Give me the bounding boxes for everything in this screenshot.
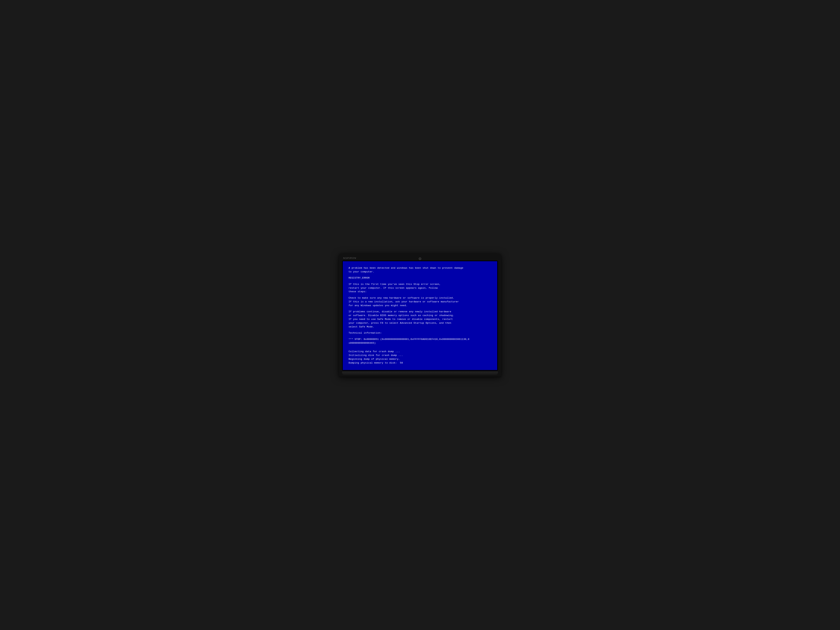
bsod-line3: If this is the first time you've seen th… xyxy=(349,283,491,286)
bsod-spacer7 xyxy=(349,345,491,347)
bsod-line11: If you need to use Safe Mode to remove o… xyxy=(349,317,491,321)
webcam xyxy=(419,257,421,260)
bsod-collecting: Collecting data for crash dump ... xyxy=(349,350,491,354)
bsod-spacer6 xyxy=(349,335,491,338)
bsod-stop-line1: *** STOP: 0x00000051 (0x0000000000000001… xyxy=(349,338,491,341)
bsod-spacer8 xyxy=(349,347,491,350)
bsod-line10: or software. Disable BIOS memory options… xyxy=(349,314,491,317)
bsod-error-code: REGISTRY_ERROR xyxy=(349,276,491,280)
bsod-spacer1 xyxy=(349,274,491,276)
bsod-spacer4 xyxy=(349,308,491,310)
bsod-line12: your computer, press F8 to select Advanc… xyxy=(349,321,491,325)
bsod-dumping: Dumping physical memory to disk: 50 xyxy=(349,361,491,365)
bsod-line8: for any Windows updates you might need. xyxy=(349,304,491,308)
bsod-initializing: Initializing disk for crash dump ... xyxy=(349,354,491,357)
bsod-line9: If problems continue, disable or remove … xyxy=(349,310,491,314)
bsod-spacer3 xyxy=(349,294,491,296)
laptop-brand: NSPIRON xyxy=(343,257,356,259)
bsod-screen: A problem has been detected and windows … xyxy=(343,261,497,370)
screen-bezel: A problem has been detected and windows … xyxy=(342,261,498,371)
bsod-line2: to your computer. xyxy=(349,270,491,274)
bsod-spacer5 xyxy=(349,329,491,332)
bsod-line13: select Safe Mode. xyxy=(349,325,491,329)
bsod-beginning: Beginning dump of physical memory. xyxy=(349,357,491,361)
laptop-bottom xyxy=(342,371,498,375)
bsod-line1: A problem has been detected and windows … xyxy=(349,266,491,270)
bsod-spacer2 xyxy=(349,280,491,283)
laptop: NSPIRON A problem has been detected and … xyxy=(339,253,501,377)
bsod-stop-line2: x0000000000000465) xyxy=(349,341,491,345)
bsod-line4: restart your computer. If this screen ap… xyxy=(349,286,491,290)
bsod-line5: these steps: xyxy=(349,290,491,294)
bsod-line7: If this is a new installation, ask your … xyxy=(349,300,491,304)
bsod-line14: Technical information: xyxy=(349,331,491,335)
bsod-line6: Check to make sure any new hardware or s… xyxy=(349,296,491,300)
